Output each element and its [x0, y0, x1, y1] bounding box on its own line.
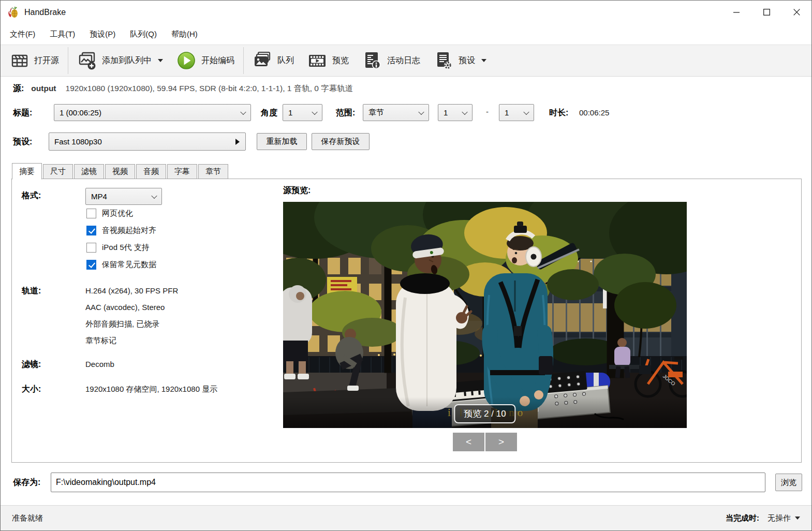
add-to-queue-icon — [77, 51, 97, 70]
title-bar: HandBrake — [1, 1, 811, 24]
duration-value: 00:06:25 — [579, 108, 609, 117]
title-select[interactable]: 1 (00:06:25) — [54, 104, 251, 121]
tab-dimensions[interactable]: 尺寸 — [43, 164, 73, 179]
chevron-down-icon — [418, 109, 424, 114]
preview-nav: < > — [283, 433, 687, 451]
chevron-down-icon — [795, 517, 800, 520]
tab-subtitles[interactable]: 字幕 — [167, 164, 197, 179]
tab-audio[interactable]: 音频 — [136, 164, 166, 179]
range-start-select[interactable]: 1 — [438, 104, 473, 121]
source-name: output — [31, 84, 56, 93]
web-optimized-row: 网页优化 — [86, 209, 133, 218]
arrow-right-icon — [235, 139, 240, 145]
preset-label: 预设: — [13, 137, 32, 148]
size-value: 1920x1080 存储空间, 1920x1080 显示 — [85, 385, 217, 394]
film-preview-icon — [307, 51, 327, 70]
filters-label: 滤镜: — [22, 359, 41, 370]
maximize-button[interactable] — [751, 1, 781, 24]
filters-value: Decomb — [85, 360, 114, 368]
angle-label: 角度 — [261, 108, 277, 119]
preset-select[interactable]: Fast 1080p30 — [49, 132, 246, 151]
range-dash: - — [486, 107, 489, 116]
activity-log-icon — [362, 51, 382, 70]
start-encode-icon — [176, 51, 196, 70]
size-label: 大小: — [22, 384, 41, 395]
chevron-down-icon — [240, 109, 246, 114]
chevron-down-icon — [481, 59, 486, 62]
keep-metadata-checkbox[interactable] — [86, 260, 96, 270]
tracks-label: 轨道: — [22, 286, 41, 297]
close-button[interactable] — [781, 1, 811, 24]
open-source-button[interactable]: 打开源 — [4, 46, 66, 75]
av-align-checkbox[interactable] — [86, 226, 96, 235]
activity-log-button[interactable]: 活动日志 — [356, 46, 427, 75]
menu-bar: 文件(F) 工具(T) 预设(P) 队列(Q) 帮助(H) — [1, 24, 811, 45]
queue-icon — [253, 51, 272, 70]
add-to-queue-button[interactable]: 添加到队列中 — [70, 46, 170, 75]
tab-chapters[interactable]: 章节 — [198, 164, 228, 179]
range-label: 范围: — [336, 108, 355, 119]
format-select[interactable]: MP4 — [85, 188, 162, 205]
minimize-button[interactable] — [721, 1, 751, 24]
chevron-down-icon — [523, 109, 529, 114]
range-end-select[interactable]: 1 — [499, 104, 534, 121]
toolbar: 打开源 添加到队列中 — [1, 45, 811, 77]
source-preview-image: 100W — [283, 202, 687, 428]
menu-presets[interactable]: 预设(P) — [82, 25, 123, 43]
menu-file[interactable]: 文件(F) — [3, 25, 42, 43]
when-done-label: 当完成时: — [726, 513, 759, 523]
format-label: 格式: — [22, 190, 41, 201]
track-chapters: 章节标记 — [85, 336, 116, 346]
menu-tools[interactable]: 工具(T) — [42, 25, 82, 43]
queue-button[interactable]: 队列 — [246, 46, 301, 75]
reload-preset-button[interactable]: 重新加载 — [257, 133, 307, 150]
range-type-select[interactable]: 章节 — [363, 104, 429, 121]
preview-button[interactable]: 预览 — [301, 46, 356, 75]
track-audio: AAC (avcodec), Stereo — [85, 303, 165, 312]
save-as-label: 保存为: — [13, 477, 40, 488]
track-video: H.264 (x264), 30 FPS PFR — [85, 286, 178, 295]
chevron-down-icon — [312, 109, 317, 114]
save-path-input[interactable] — [51, 473, 765, 492]
handbrake-window: HandBrake 文件(F) 工具(T) 预设(P) 队列(Q) 帮助(H) — [0, 0, 812, 531]
source-row: 源: output 1920x1080 (1920x1080), 59.94 F… — [13, 83, 353, 94]
when-done-select[interactable]: 无操作 — [767, 513, 800, 523]
tab-video[interactable]: 视频 — [105, 164, 135, 179]
source-details: 1920x1080 (1920x1080), 59.94 FPS, SDR (8… — [66, 83, 353, 94]
browse-button[interactable]: 浏览 — [775, 474, 802, 491]
source-preview-label: 源预览: — [283, 185, 311, 196]
status-bar: 准备就绪 当完成时: 无操作 — [1, 505, 811, 530]
save-new-preset-button[interactable]: 保存新预设 — [312, 133, 370, 150]
summary-panel: 格式: MP4 网页优化 音视频起始对齐 iPod 5代 支持 保留常见元数据 … — [11, 179, 802, 463]
menu-help[interactable]: 帮助(H) — [164, 25, 205, 43]
ipod-support-row: iPod 5代 支持 — [86, 243, 150, 253]
presets-button[interactable]: 预设 — [427, 46, 493, 75]
preview-counter-badge: 预览 2 / 10 — [454, 404, 515, 423]
source-label: 源: — [13, 83, 24, 94]
status-ready-text: 准备就绪 — [12, 513, 43, 523]
av-align-row: 音视频起始对齐 — [86, 226, 156, 235]
window-title: HandBrake — [24, 8, 66, 17]
toolbar-separator — [243, 47, 244, 74]
chevron-down-icon — [151, 193, 157, 198]
ipod-support-checkbox[interactable] — [86, 243, 96, 253]
keep-metadata-row: 保留常见元数据 — [86, 260, 156, 270]
presets-icon — [434, 51, 453, 70]
title-label: 标题: — [13, 108, 32, 119]
chevron-down-icon — [158, 59, 163, 62]
clapperboard-icon — [10, 51, 29, 70]
preview-next-button[interactable]: > — [485, 433, 517, 451]
angle-select[interactable]: 1 — [283, 104, 322, 121]
tab-filters[interactable]: 滤镜 — [74, 164, 104, 179]
tab-bar: 摘要 尺寸 滤镜 视频 音频 字幕 章节 — [12, 163, 229, 179]
preview-prev-button[interactable]: < — [453, 433, 484, 451]
duration-label: 时长: — [549, 108, 568, 119]
toolbar-separator — [68, 47, 68, 74]
chevron-down-icon — [462, 109, 467, 114]
menu-queue[interactable]: 队列(Q) — [123, 25, 164, 43]
track-subtitle: 外部音频扫描, 已烧录 — [85, 319, 159, 329]
web-optimized-checkbox[interactable] — [86, 209, 96, 218]
start-encode-button[interactable]: 开始编码 — [170, 46, 241, 75]
handbrake-logo-icon — [7, 6, 19, 19]
tab-summary[interactable]: 摘要 — [12, 163, 42, 180]
